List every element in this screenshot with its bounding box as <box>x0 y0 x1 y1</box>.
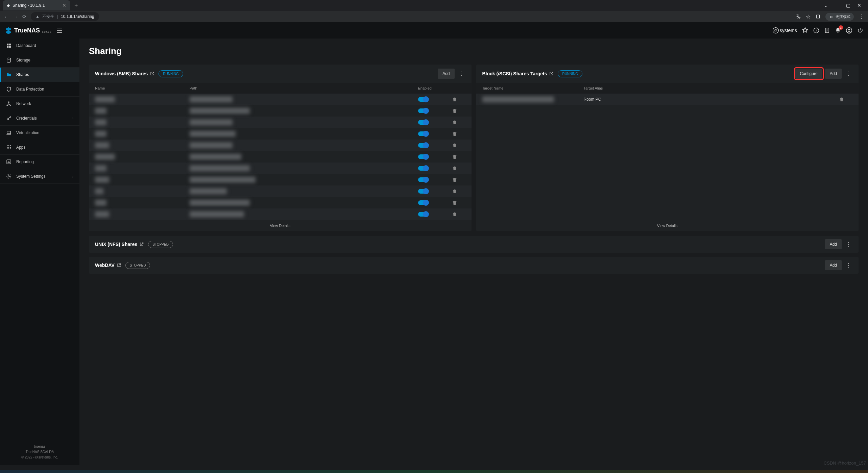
table-row[interactable]: ████████████████████████Room PC <box>476 94 859 105</box>
enabled-toggle[interactable] <box>418 166 428 171</box>
sidebar-item-data-protection[interactable]: Data Protection <box>0 82 79 97</box>
panel-webdav-title[interactable]: WebDAV <box>95 263 121 268</box>
enabled-toggle[interactable] <box>418 154 428 159</box>
delete-icon[interactable] <box>452 189 465 194</box>
enabled-toggle[interactable] <box>418 131 428 136</box>
sidebar-item-reporting[interactable]: Reporting <box>0 155 79 169</box>
delete-icon[interactable] <box>452 97 465 102</box>
svg-rect-30 <box>8 161 9 163</box>
share-name: ████ <box>95 211 109 217</box>
enabled-toggle[interactable] <box>418 97 428 102</box>
sidebar-item-network[interactable]: Network <box>0 97 79 111</box>
more-icon[interactable]: ⋮ <box>457 71 465 77</box>
sidebar-item-system-settings[interactable]: System Settings › <box>0 169 79 184</box>
new-tab-button[interactable]: + <box>70 2 82 9</box>
menu-toggle-icon[interactable]: ☰ <box>56 26 63 34</box>
star-icon[interactable]: ☆ <box>806 14 811 20</box>
account-icon[interactable] <box>846 27 852 34</box>
share-name: ███ <box>95 200 106 206</box>
table-row[interactable]: ██████████████████ <box>89 140 472 151</box>
share-name: ██████ <box>95 96 115 102</box>
tab-title: Sharing - 10.1.9.1 <box>13 3 45 8</box>
power-icon[interactable] <box>857 27 863 33</box>
delete-icon[interactable] <box>452 143 465 148</box>
enabled-toggle[interactable] <box>418 212 428 217</box>
delete-icon[interactable] <box>452 211 465 217</box>
table-row[interactable]: ████████████████████ <box>89 94 472 105</box>
enabled-toggle[interactable] <box>418 143 428 148</box>
view-details-link[interactable]: View Details <box>89 220 472 231</box>
more-icon[interactable]: ⋮ <box>844 71 852 77</box>
sidebar-item-apps[interactable]: Apps <box>0 140 79 155</box>
back-icon[interactable]: ← <box>4 14 9 20</box>
enabled-toggle[interactable] <box>418 189 428 194</box>
share-name: ███ <box>95 165 106 171</box>
panel-nfs-title[interactable]: UNIX (NFS) Shares <box>95 242 144 247</box>
app-topbar: TrueNAS SCALE ☰ iX systems i 3 <box>0 22 868 39</box>
jobs-icon[interactable] <box>824 27 830 33</box>
svg-point-16 <box>10 105 11 106</box>
enabled-toggle[interactable] <box>418 108 428 113</box>
forward-icon[interactable]: → <box>13 14 18 20</box>
os-taskbar[interactable] <box>0 470 868 473</box>
more-icon[interactable]: ⋮ <box>844 262 852 269</box>
insecure-label: 不安全 <box>42 14 54 20</box>
enabled-toggle[interactable] <box>418 120 428 125</box>
chevron-right-icon: › <box>72 116 73 120</box>
svg-point-8 <box>848 29 850 30</box>
enabled-toggle[interactable] <box>418 177 428 182</box>
add-button[interactable]: Add <box>825 260 842 270</box>
sidebar-item-dashboard[interactable]: Dashboard <box>0 39 79 53</box>
truenas-logo[interactable]: TrueNAS SCALE <box>5 27 52 34</box>
panel-smb-title[interactable]: Windows (SMB) Shares <box>95 71 154 76</box>
add-button[interactable]: Add <box>825 239 842 249</box>
ixsystems-logo[interactable]: iX systems <box>772 27 797 34</box>
enabled-toggle[interactable] <box>418 200 428 205</box>
truecommand-icon[interactable] <box>802 27 809 34</box>
translate-icon[interactable] <box>796 14 801 19</box>
url-field[interactable]: ▲ 不安全 | 10.1.9.1/ui/sharing <box>31 12 99 21</box>
more-icon[interactable]: ⋮ <box>844 241 852 248</box>
smb-table-body: ████████████████████████████████████████… <box>89 94 472 220</box>
table-row[interactable]: ██████████████████████████ <box>89 174 472 185</box>
browser-menu-icon[interactable]: ⋮ <box>859 14 864 20</box>
extensions-icon[interactable] <box>815 14 821 19</box>
browser-tab[interactable]: ◆ Sharing - 10.1.9.1 ✕ <box>3 0 70 10</box>
add-button[interactable]: Add <box>825 69 842 79</box>
panel-webdav: WebDAV STOPPED Add ⋮ <box>89 257 859 274</box>
reload-icon[interactable]: ⟳ <box>22 14 27 20</box>
maximize-icon[interactable]: ▢ <box>846 3 850 8</box>
sidebar-item-shares[interactable]: Shares <box>0 68 79 82</box>
close-icon[interactable]: ✕ <box>62 3 66 8</box>
table-row[interactable]: ███████████████████████ <box>89 197 472 208</box>
table-row[interactable]: ███████████████████████ <box>89 105 472 117</box>
table-row[interactable]: ███████████████████████ <box>89 163 472 174</box>
delete-icon[interactable] <box>452 154 465 159</box>
delete-icon[interactable] <box>452 166 465 171</box>
sidebar-item-credentials[interactable]: Credentials › <box>0 111 79 126</box>
dashboard-icon <box>6 43 11 48</box>
status-stopped: STOPPED <box>148 241 173 248</box>
status-icon[interactable]: i <box>813 27 819 33</box>
add-button[interactable]: Add <box>438 69 454 79</box>
configure-button[interactable]: Configure <box>795 69 822 79</box>
table-row[interactable]: ██████████████ <box>89 185 472 197</box>
view-details-link[interactable]: View Details <box>476 220 859 231</box>
table-row[interactable]: ██████████████████████ <box>89 208 472 220</box>
chevron-down-icon[interactable]: ⌄ <box>824 3 828 8</box>
delete-icon[interactable] <box>452 120 465 125</box>
panel-iscsi-title[interactable]: Block (iSCSI) Shares Targets <box>482 71 554 76</box>
delete-icon[interactable] <box>452 200 465 205</box>
minimize-icon[interactable]: — <box>835 3 839 8</box>
table-row[interactable]: ██████████████████ <box>89 128 472 140</box>
delete-icon[interactable] <box>452 177 465 182</box>
close-window-icon[interactable]: ✕ <box>857 3 861 8</box>
delete-icon[interactable] <box>452 108 465 114</box>
delete-icon[interactable] <box>452 131 465 136</box>
delete-icon[interactable] <box>839 97 852 102</box>
sidebar-item-storage[interactable]: Storage <box>0 53 79 68</box>
table-row[interactable]: █████████████████ <box>89 117 472 128</box>
notifications-icon[interactable]: 3 <box>835 27 841 33</box>
table-row[interactable]: ███████████████████████ <box>89 151 472 163</box>
sidebar-item-virtualization[interactable]: Virtualization <box>0 126 79 140</box>
